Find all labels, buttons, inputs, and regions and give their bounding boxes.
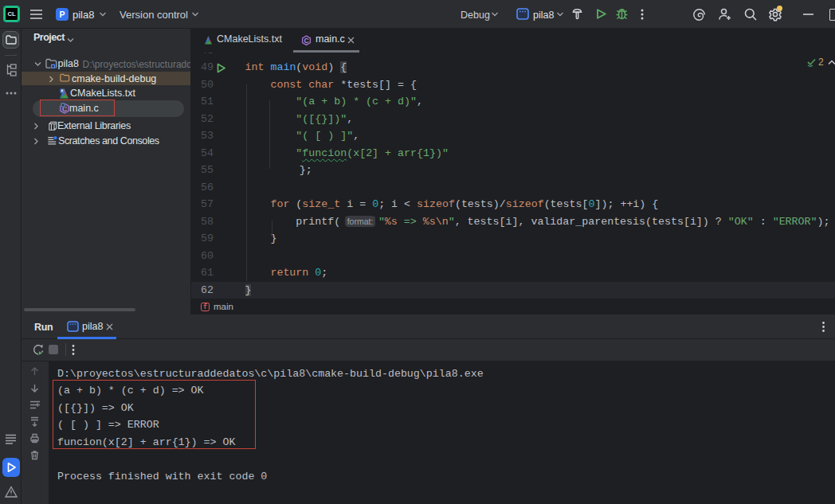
svg-text:C: C <box>304 37 308 45</box>
